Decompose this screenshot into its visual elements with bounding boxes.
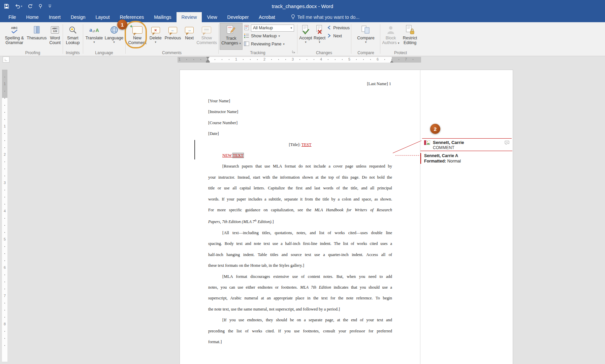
new-comment-icon: +	[132, 24, 142, 36]
group-separator	[63, 24, 63, 54]
group-proofing: ABC Spelling & Grammar Thesaurus ABC123 …	[3, 22, 63, 56]
document-page[interactable]: [Last Name] 1 [Your Name] [Instructor Na…	[180, 70, 513, 364]
document-body[interactable]: [Your Name] [Instructor Name] [Course Nu…	[208, 96, 392, 347]
vertical-ruler[interactable]: 112345678	[2, 70, 7, 362]
show-markup-button[interactable]: Show Markup▾	[244, 32, 294, 40]
reviewing-pane-caret-icon: ▾	[283, 42, 285, 46]
next-change-button[interactable]: Next	[327, 32, 350, 40]
inserted-text-line: NEW TEXT	[208, 150, 392, 161]
delete-dropdown-icon: ▾	[155, 40, 156, 44]
tab-acrobat[interactable]: Acrobat	[254, 12, 280, 22]
tell-me-label: Tell me what you want to do...	[297, 14, 359, 20]
accept-button[interactable]: Accept ▾	[298, 23, 313, 50]
tab-home[interactable]: Home	[21, 12, 44, 22]
group-label-proofing: Proofing	[3, 50, 63, 55]
window-title: track_changes.docx - Word	[0, 0, 605, 12]
comment-card[interactable]: Sennett, Carrie COMMENT	[422, 138, 512, 151]
tell-me-box[interactable]: Tell me what you want to do...	[288, 12, 363, 22]
reject-icon	[315, 24, 324, 36]
reviewing-pane-button[interactable]: Reviewing Pane▾	[244, 40, 294, 48]
document-line: Papers, 7th Edition (MLA 7th Edition).]	[208, 215, 392, 227]
document-line: half-inch hanging indent. Table titles a…	[208, 249, 392, 260]
tab-view[interactable]: View	[202, 12, 222, 22]
restrict-editing-icon	[405, 24, 415, 36]
inserted-title-text: TEST	[301, 142, 312, 147]
group-label-language: Language	[84, 50, 125, 55]
thesaurus-button[interactable]: Thesaurus	[25, 23, 48, 50]
annotation-step-1-badge: 1	[117, 20, 127, 30]
display-for-review-select[interactable]: All Markup▾	[244, 24, 294, 32]
next-comment-icon: →	[185, 24, 194, 36]
document-line: For more specific guidance on capitaliza…	[208, 205, 392, 215]
reply-icon[interactable]	[504, 140, 510, 146]
tab-file[interactable]: File	[3, 12, 21, 22]
group-separator	[351, 24, 351, 54]
tab-review[interactable]: Review	[177, 12, 202, 22]
show-comments-icon	[202, 24, 211, 36]
display-for-review-icon	[244, 25, 249, 31]
document-line: superscript, Arabic numeral at an approp…	[208, 293, 392, 303]
track-changes-dropdown-icon: ▾	[240, 42, 241, 45]
group-separator	[125, 24, 126, 54]
tab-insert[interactable]: Insert	[44, 12, 66, 22]
document-line: notes, you can use either endnotes or fo…	[208, 282, 392, 293]
group-compare: Compare ▾ Compare	[352, 22, 380, 56]
previous-change-button[interactable]: Previous	[327, 24, 350, 32]
track-changes-icon	[226, 25, 236, 36]
compare-icon	[361, 24, 371, 36]
block-authors-icon	[386, 24, 395, 36]
inserted-text: NEW	[222, 153, 233, 158]
delete-comment-button[interactable]: × Delete ▾	[148, 23, 163, 50]
document-line: preceding the list of works cited. If yo…	[208, 326, 392, 336]
tab-developer[interactable]: Developer	[222, 12, 254, 22]
translate-icon: a⇄A	[89, 24, 99, 36]
word-count-button[interactable]: ABC123 Word Count	[48, 23, 62, 50]
tab-layout[interactable]: Layout	[91, 12, 115, 22]
comment-divider-line	[420, 151, 512, 151]
display-for-review-caret-icon: ▾	[290, 26, 292, 30]
ribbon: ABC Spelling & Grammar Thesaurus ABC123 …	[0, 22, 605, 56]
horizontal-ruler-ticks: 11234567	[178, 57, 421, 63]
translate-dropdown-icon: ▾	[93, 40, 95, 44]
tab-selector-button[interactable]: ∟	[3, 57, 9, 63]
block-authors-button[interactable]: Block Authors ▾	[381, 23, 400, 50]
tracking-dialog-launcher-icon[interactable]	[292, 49, 295, 55]
group-protect: Block Authors ▾ Restrict Editing Protect	[381, 22, 420, 56]
left-indent-marker[interactable]	[206, 61, 210, 63]
smart-lookup-button[interactable]: Smart Lookup	[64, 23, 82, 50]
show-markup-caret-icon: ▾	[278, 34, 280, 38]
show-markup-icon	[244, 33, 249, 39]
previous-comment-button[interactable]: ← Previous	[163, 23, 182, 50]
show-comments-button[interactable]: Show Comments	[196, 23, 217, 50]
inserted-text-selected[interactable]: TEXT	[233, 153, 244, 158]
horizontal-ruler[interactable]: 11234567	[178, 57, 421, 63]
tab-design[interactable]: Design	[66, 12, 91, 22]
tracked-format-change[interactable]: Sennett, Carrie A Formatted: Normal	[420, 153, 495, 164]
group-label-compare: Compare	[352, 50, 380, 55]
new-comment-button[interactable]: + New Comment	[127, 23, 148, 50]
compare-button[interactable]: Compare ▾	[355, 23, 376, 50]
word-window: ▾ track_changes.docx - Word File Home In…	[0, 0, 605, 364]
compare-dropdown-icon: ▾	[365, 40, 367, 44]
spelling-grammar-button[interactable]: ABC Spelling & Grammar	[3, 23, 25, 50]
next-comment-button[interactable]: → Next	[183, 23, 196, 50]
hanging-indent-marker[interactable]	[206, 59, 210, 61]
track-changes-button[interactable]: Track Changes ▾	[220, 23, 243, 50]
language-dropdown-icon: ▾	[113, 40, 115, 44]
restrict-editing-button[interactable]: Restrict Editing	[400, 23, 420, 50]
document-line: [Date]	[208, 128, 392, 139]
group-insights: Smart Lookup Insights	[63, 22, 82, 56]
previous-comment-icon: ←	[168, 24, 177, 36]
right-indent-marker[interactable]	[390, 60, 393, 63]
reject-dropdown-icon: ▾	[319, 40, 320, 44]
page-header-text: [Last Name] 1	[367, 81, 391, 86]
translate-button[interactable]: a⇄A Translate ▾	[84, 23, 104, 50]
accept-icon	[301, 24, 310, 36]
tab-mailings[interactable]: Mailings	[149, 12, 176, 22]
document-line: [Instructor Name]	[208, 106, 392, 117]
format-change-detail: Formatted: Normal	[424, 158, 495, 164]
group-separator	[297, 24, 297, 54]
reject-button[interactable]: Reject ▾	[313, 23, 326, 50]
group-comments: + New Comment × Delete ▾ ← Previous → Ne…	[126, 22, 218, 56]
document-line: [All text—including titles, quotations, …	[208, 227, 392, 238]
